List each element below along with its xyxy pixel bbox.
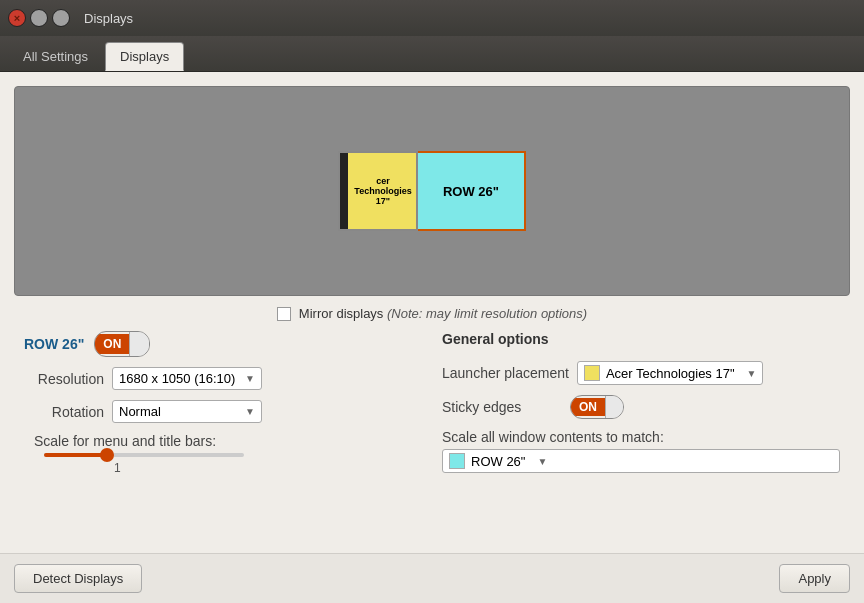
rotation-row: Rotation Normal ▼	[24, 400, 422, 423]
mirror-checkbox[interactable]	[277, 307, 291, 321]
monitor-acer[interactable]: cer Technologies 17"	[338, 151, 418, 231]
apply-button[interactable]: Apply	[779, 564, 850, 593]
left-options: ROW 26" ON Resolution 1680 x 1050 (16:10…	[24, 331, 422, 475]
resolution-label: Resolution	[24, 371, 104, 387]
mirror-note: (Note: may limit resolution options)	[387, 306, 587, 321]
launcher-arrow: ▼	[747, 368, 757, 379]
display-toggle[interactable]: ON	[94, 331, 150, 357]
scale-value: 1	[114, 461, 422, 475]
launcher-row: Launcher placement Acer Technologies 17"…	[442, 361, 840, 385]
tab-displays[interactable]: Displays	[105, 42, 184, 71]
sticky-label: Sticky edges	[442, 399, 562, 415]
display-name-label: ROW 26"	[24, 336, 84, 352]
rotation-label: Rotation	[24, 404, 104, 420]
sticky-knob	[605, 396, 623, 418]
scale-label: Scale for menu and title bars:	[34, 433, 422, 449]
scale-all-color-box	[449, 453, 465, 469]
slider-track[interactable]	[44, 453, 244, 457]
maximize-button[interactable]	[52, 9, 70, 27]
toggle-on-label: ON	[95, 334, 129, 354]
slider-fill	[44, 453, 104, 457]
launcher-color-box	[584, 365, 600, 381]
display-preview: cer Technologies 17" ROW 26"	[14, 86, 850, 296]
resolution-row: Resolution 1680 x 1050 (16:10) ▼	[24, 367, 422, 390]
detect-displays-button[interactable]: Detect Displays	[14, 564, 142, 593]
scale-all-row: Scale all window contents to match: ROW …	[442, 429, 840, 473]
resolution-select[interactable]: 1680 x 1050 (16:10) ▼	[112, 367, 262, 390]
main-content: cer Technologies 17" ROW 26" Mirror disp…	[0, 72, 864, 553]
row26-label: ROW 26"	[443, 184, 499, 199]
titlebar: × Displays	[0, 0, 864, 36]
footer: Detect Displays Apply	[0, 553, 864, 603]
mirror-row: Mirror displays (Note: may limit resolut…	[14, 306, 850, 321]
sticky-on-label: ON	[571, 398, 605, 416]
scale-all-arrow: ▼	[537, 456, 547, 467]
resolution-arrow: ▼	[245, 373, 255, 384]
rotation-arrow: ▼	[245, 406, 255, 417]
close-button[interactable]: ×	[8, 9, 26, 27]
sticky-row: Sticky edges ON	[442, 395, 840, 419]
launcher-label: Launcher placement	[442, 365, 569, 381]
slider-thumb[interactable]	[100, 448, 114, 462]
general-options-title: General options	[442, 331, 840, 347]
toggle-knob	[129, 332, 149, 356]
options-area: ROW 26" ON Resolution 1680 x 1050 (16:10…	[14, 331, 850, 475]
right-options: General options Launcher placement Acer …	[442, 331, 840, 475]
window: × Displays All Settings Displays cer Tec…	[0, 0, 864, 603]
scale-section: Scale for menu and title bars: 1	[24, 433, 422, 475]
sticky-toggle[interactable]: ON	[570, 395, 624, 419]
mirror-label: Mirror displays (Note: may limit resolut…	[299, 306, 587, 321]
window-controls: ×	[8, 9, 70, 27]
tab-all-settings[interactable]: All Settings	[8, 42, 103, 71]
displays-container: cer Technologies 17" ROW 26"	[338, 151, 526, 231]
window-title: Displays	[84, 11, 133, 26]
launcher-select[interactable]: Acer Technologies 17" ▼	[577, 361, 764, 385]
minimize-button[interactable]	[30, 9, 48, 27]
display-label-row: ROW 26" ON	[24, 331, 422, 357]
acer-label: cer Technologies 17"	[340, 176, 416, 206]
rotation-select[interactable]: Normal ▼	[112, 400, 262, 423]
scale-all-select[interactable]: ROW 26" ▼	[442, 449, 840, 473]
navbar: All Settings Displays	[0, 36, 864, 72]
monitor-row26[interactable]: ROW 26"	[416, 151, 526, 231]
scale-all-label: Scale all window contents to match:	[442, 429, 840, 445]
slider-container	[44, 453, 422, 457]
